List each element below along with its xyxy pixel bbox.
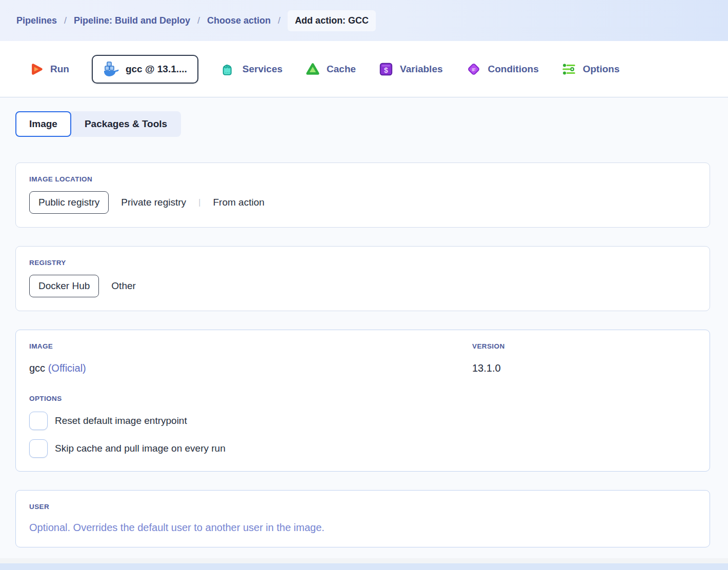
breadcrumb-pipelines[interactable]: Pipelines [16,15,57,26]
skip-cache-checkbox[interactable] [29,439,48,458]
breadcrumb-separator: / [278,15,280,26]
svg-text:IF: IF [472,67,476,72]
view-tabs: Image Packages & Tools [15,111,710,137]
image-version-columns: IMAGE gcc (Official) VERSION 13.1.0 [29,342,696,374]
image-name: gcc [29,362,45,374]
svg-text:$: $ [384,66,388,74]
registry-heading: REGISTRY [29,259,696,267]
action-settings-panel: Image Packages & Tools IMAGE LOCATION Pu… [0,97,728,558]
options-label: Options [583,64,620,75]
image-heading: IMAGE [29,342,472,350]
user-input[interactable]: Optional. Overrides the default user to … [29,522,696,534]
from-action-option[interactable]: From action [213,192,264,213]
cache-label: Cache [327,64,356,75]
variables-label: Variables [400,64,442,75]
run-play-icon [29,62,44,77]
breadcrumb: Pipelines / Pipeline: Build and Deploy /… [16,10,376,31]
tab-services[interactable]: Services [221,62,282,77]
skip-cache-row[interactable]: Skip cache and pull image on every run [29,439,696,458]
bottom-spacer [0,558,728,563]
reset-entrypoint-label: Reset default image entrypoint [55,415,187,426]
image-location-card: IMAGE LOCATION Public registry Private r… [15,162,710,228]
registry-card: REGISTRY Docker Hub Other [15,246,710,311]
options-sliders-icon [561,62,577,77]
reset-entrypoint-row[interactable]: Reset default image entrypoint [29,412,696,430]
breadcrumb-separator: / [197,15,200,26]
conditions-label: Conditions [488,64,539,75]
user-heading: USER [29,503,696,511]
image-card: IMAGE gcc (Official) VERSION 13.1.0 OPTI… [15,330,710,472]
breadcrumb-current-add-action-gcc: Add action: GCC [288,10,376,31]
registry-options: Docker Hub Other [29,275,696,297]
tab-packages-tools[interactable]: Packages & Tools [68,111,181,137]
tab-variables[interactable]: $ Variables [378,62,442,77]
tab-conditions[interactable]: IF Conditions [466,61,539,77]
official-badge-link[interactable]: (Official) [48,362,86,374]
bottom-strip [0,563,728,570]
gcc-action-config-page: Pipelines / Pipeline: Build and Deploy /… [0,0,728,570]
public-registry-option[interactable]: Public registry [29,191,109,214]
breadcrumb-bar: Pipelines / Pipeline: Build and Deploy /… [0,0,728,41]
user-card: USER Optional. Overrides the default use… [15,490,710,547]
image-column: IMAGE gcc (Official) [29,342,472,374]
breadcrumb-separator: / [64,15,67,26]
gcc-tab-label: gcc @ 13.1.... [126,64,187,75]
breadcrumb-choose-action[interactable]: Choose action [207,15,271,26]
services-bag-icon [221,62,236,77]
breadcrumb-pipeline-build-and-deploy[interactable]: Pipeline: Build and Deploy [74,15,190,26]
tab-gcc-image-active[interactable]: gcc @ 13.1.... [92,55,198,84]
tab-image[interactable]: Image [15,111,71,137]
tab-cache[interactable]: Cache [305,62,356,77]
private-registry-option[interactable]: Private registry [121,192,186,213]
image-location-options: Public registry Private registry | From … [29,191,696,214]
option-divider: | [198,197,200,208]
version-column: VERSION 13.1.0 [472,342,696,374]
options-heading: OPTIONS [29,395,696,402]
version-heading: VERSION [472,342,696,350]
services-label: Services [242,64,282,75]
run-button[interactable]: Run [29,62,69,77]
docker-whale-icon [103,61,119,77]
version-value[interactable]: 13.1.0 [472,362,696,374]
run-label: Run [50,64,69,75]
image-value-row: gcc (Official) [29,362,472,374]
cache-triangle-icon [305,62,320,77]
variables-dollar-icon: $ [378,62,394,77]
tab-options[interactable]: Options [561,62,620,77]
other-registry-option[interactable]: Other [111,275,136,297]
image-location-heading: IMAGE LOCATION [29,175,696,183]
action-toolbar: Run gcc @ 13.1.... [0,41,728,97]
conditions-if-icon: IF [466,61,482,77]
docker-hub-option[interactable]: Docker Hub [29,275,99,297]
skip-cache-label: Skip cache and pull image on every run [55,443,226,454]
reset-entrypoint-checkbox[interactable] [29,412,48,430]
